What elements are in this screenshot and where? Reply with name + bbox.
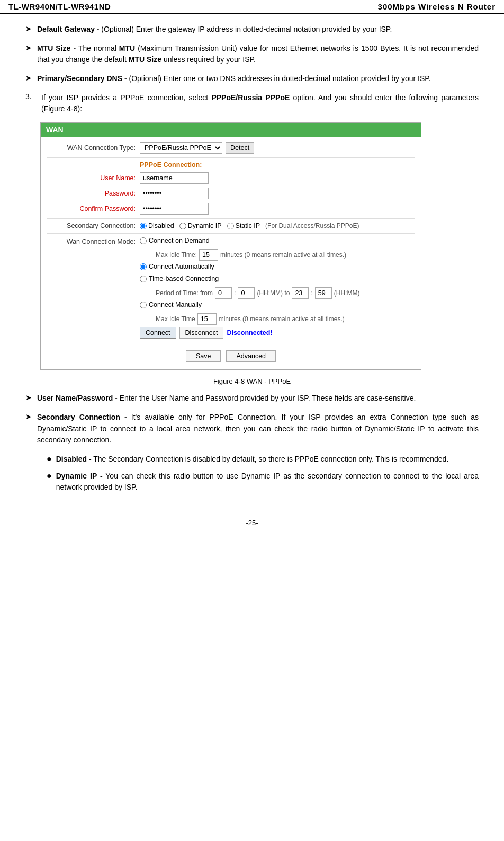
max-idle-label-1: Max Idle Time: [156, 251, 197, 259]
mode-connect-automatically: Connect Automatically [140, 263, 214, 270]
connect-button[interactable]: Connect [140, 327, 176, 339]
secondary-static-radio[interactable] [227, 223, 234, 229]
save-button[interactable]: Save [186, 350, 221, 362]
pppoe-section-label: PPPoE Connection: [140, 161, 415, 169]
bullet-arrow-4: ➤ [25, 393, 32, 402]
secondary-static-option: Static IP [227, 222, 260, 229]
mode-max-idle-1: Max Idle Time: minutes (0 means remain a… [156, 249, 346, 261]
mode-connect-on-demand-label: Connect on Demand [149, 237, 210, 244]
time-hhmm-2: (HH:MM) [334, 289, 360, 297]
secondary-disabled-radio[interactable] [140, 223, 147, 229]
username-row: User Name: [47, 172, 415, 184]
time-period-label: Period of Time: from [156, 289, 213, 297]
max-idle-note-1: minutes (0 means remain active at all ti… [220, 251, 346, 259]
figure-caption: Figure 4-8 WAN - PPPoE [25, 377, 479, 385]
mode-connect-automatically-label: Connect Automatically [149, 263, 214, 270]
time-to-input[interactable] [292, 287, 309, 299]
bullet-secondary-connection: ➤ Secondary Connection - It's available … [25, 412, 479, 446]
sub-bullet-disabled: ● Disabled - The Secondary Connection is… [47, 454, 479, 465]
bullet-arrow-3: ➤ [25, 74, 32, 82]
disconnected-status: Disconnected! [227, 329, 272, 337]
username-input[interactable] [140, 172, 209, 184]
main-content: ➤ Default Gateway - (Optional) Enter the… [0, 14, 504, 508]
max-idle-input-2[interactable] [197, 313, 217, 325]
mode-connect-manually-radio[interactable] [140, 302, 147, 308]
bullet-bold-4: User Name/Password - [37, 394, 118, 402]
disconnect-button[interactable]: Disconnect [179, 327, 224, 339]
time-colon-1: : [234, 289, 236, 297]
wan-bottom-buttons: Save Advanced [47, 346, 415, 364]
bullet-bold-3: Primary/Secondary DNS - [37, 74, 127, 83]
confirm-password-input[interactable] [140, 203, 209, 215]
confirm-password-value [140, 203, 415, 215]
username-label: User Name: [47, 174, 140, 182]
bullet-bold-2b: MTU [119, 44, 135, 52]
pppoe-section-title: PPPoE Connection: [140, 161, 202, 169]
secondary-disabled-option: Disabled [140, 222, 174, 229]
secondary-dynamic-radio[interactable] [179, 223, 186, 229]
bullet-bold-2c: MTU Size [129, 55, 161, 64]
username-value [140, 172, 415, 184]
mode-connect-automatically-radio[interactable] [140, 263, 147, 270]
mode-connect-on-demand-radio[interactable] [140, 237, 147, 244]
wan-body: WAN Connection Type: PPPoE/Russia PPPoE … [41, 137, 421, 369]
secondary-dynamic-option: Dynamic IP [179, 222, 222, 229]
bullet-mtu-size: ➤ MTU Size - The normal MTU (Maximum Tra… [25, 43, 479, 66]
sub-bullet-dot-1: ● [47, 454, 52, 465]
time-from-input[interactable] [215, 287, 232, 299]
bullet-text-1: Default Gateway - (Optional) Enter the g… [37, 24, 479, 36]
wan-box: WAN WAN Connection Type: PPPoE/Russia PP… [40, 122, 421, 370]
wan-mode-row: Wan Connection Mode: Connect on Demand M… [47, 237, 415, 341]
time-to2-input[interactable] [315, 287, 332, 299]
max-idle-label-2: Max Idle Time [156, 315, 195, 323]
bullet-user-name-password: ➤ User Name/Password - Enter the User Na… [25, 393, 479, 404]
pppoe-section-row: PPPoE Connection: [47, 161, 415, 169]
password-value [140, 188, 415, 199]
confirm-label: Confirm Password: [47, 205, 140, 213]
mode-connect-on-demand: Connect on Demand [140, 237, 210, 244]
secondary-connection-options: Disabled Dynamic IP Static IP (For Dual … [140, 222, 415, 229]
max-idle-input-1[interactable] [199, 249, 218, 261]
secondary-note: (For Dual Access/Russia PPPoE) [265, 222, 359, 229]
header-model: TL-WR940N/TL-WR941ND [8, 2, 378, 11]
bullet-bold-5: Secondary Connection - [37, 413, 127, 421]
sub-bullet-text-1: Disabled - The Secondary Connection is d… [56, 454, 479, 465]
wan-connection-type-select[interactable]: PPPoE/Russia PPPoE [140, 142, 222, 154]
bullet-text-5: Secondary Connection - It's available on… [37, 412, 479, 446]
bullet-arrow-5: ➤ [25, 412, 32, 421]
sub-bullet-dynamic-ip: ● Dynamic IP - You can check this radio … [47, 471, 479, 493]
secondary-connection-row: Secondary Connection: Disabled Dynamic I… [47, 222, 415, 229]
password-input[interactable] [140, 188, 209, 199]
wan-connection-type-label: WAN Connection Type: [47, 144, 140, 152]
sub-bullet-text-2: Dynamic IP - You can check this radio bu… [56, 471, 479, 493]
bullet-text-4: User Name/Password - Enter the User Name… [37, 393, 479, 404]
numbered-text-3: If your ISP provides a PPPoE connection,… [41, 92, 479, 115]
mode-time-based-radio[interactable] [140, 276, 147, 282]
sub-bullet-bold-1: Disabled - [56, 455, 92, 463]
header-title: 300Mbps Wireless N Router [378, 2, 496, 11]
wan-header: WAN [41, 123, 421, 137]
secondary-disabled-label: Disabled [148, 222, 174, 229]
bullet-arrow-2: ➤ [25, 43, 32, 52]
numbered-item-3: 3. If your ISP provides a PPPoE connecti… [25, 92, 479, 115]
detect-button[interactable]: Detect [226, 142, 254, 154]
page-header: TL-WR940N/TL-WR941ND 300Mbps Wireless N … [0, 0, 504, 14]
password-label: Password: [47, 190, 140, 197]
wan-divider-2 [47, 218, 415, 219]
advanced-button[interactable]: Advanced [226, 350, 276, 362]
mode-time-period: Period of Time: from : (HH:MM) to : (HH:… [156, 287, 359, 299]
secondary-radio-group: Disabled Dynamic IP Static IP (For Dual … [140, 222, 359, 229]
secondary-connection-label: Secondary Connection: [47, 222, 140, 229]
wan-divider-1 [47, 157, 415, 158]
sub-bullet-bold-2: Dynamic IP - [56, 472, 103, 480]
connect-disconnect-row: Connect Disconnect Disconnected! [140, 327, 273, 339]
mode-max-idle-2: Max Idle Time minutes (0 means remain ac… [156, 313, 345, 325]
confirm-password-row: Confirm Password: [47, 203, 415, 215]
bullet-bold-1: Default Gateway - [37, 25, 99, 33]
time-min-input[interactable] [238, 287, 255, 299]
max-idle-note-2: minutes (0 means remain active at all ti… [219, 315, 345, 323]
secondary-dynamic-label: Dynamic IP [188, 222, 222, 229]
bullet-arrow-1: ➤ [25, 24, 32, 33]
bullet-text-3: Primary/Secondary DNS - (Optional) Enter… [37, 73, 479, 85]
mode-time-based-label: Time-based Connecting [149, 275, 219, 282]
